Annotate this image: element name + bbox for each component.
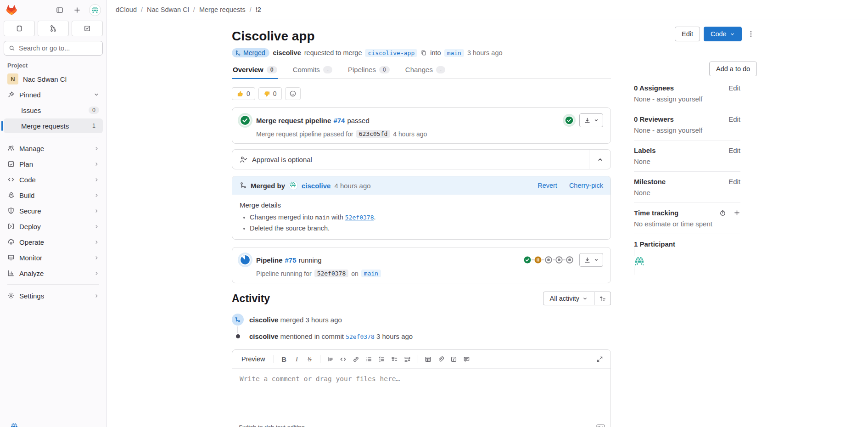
- sidebar-item-project[interactable]: N Nac Sdwan Cl: [4, 72, 103, 86]
- edit-reviewers-button[interactable]: Edit: [728, 115, 740, 123]
- reactions-row: 0 0: [232, 87, 611, 100]
- sidebar-item-analyze[interactable]: Analyze: [4, 266, 103, 281]
- activity-user[interactable]: ciscolive: [249, 316, 278, 324]
- edit-milestone-button[interactable]: Edit: [728, 178, 740, 185]
- thumbs-up-button[interactable]: 0: [232, 87, 255, 100]
- blockquote-icon[interactable]: [324, 353, 337, 365]
- attach-file-icon[interactable]: [435, 353, 448, 365]
- merged-by-user-link[interactable]: ciscolive: [302, 182, 330, 190]
- sidebar-item-monitor[interactable]: Monitor: [4, 250, 103, 265]
- comment-textarea[interactable]: [232, 369, 610, 413]
- sidebar-item-issues[interactable]: Issues 0: [4, 103, 103, 118]
- collapsible-section-icon[interactable]: [401, 353, 414, 365]
- add-time-entry-icon[interactable]: [734, 209, 740, 216]
- edit-assignees-button[interactable]: Edit: [728, 84, 740, 92]
- strikethrough-icon[interactable]: S: [303, 353, 316, 365]
- shortcut-issues-button[interactable]: [4, 21, 35, 36]
- sidebar-item-operate[interactable]: Operate: [4, 235, 103, 249]
- breadcrumb-mr-id[interactable]: !2: [256, 6, 261, 13]
- collapse-sidebar-icon[interactable]: [54, 5, 65, 16]
- pipeline-id-link[interactable]: #75: [285, 256, 297, 264]
- reviewers-value[interactable]: None - assign yourself: [634, 126, 740, 134]
- commit-link[interactable]: 52ef0378: [346, 333, 375, 340]
- tab-changes-label: Changes: [405, 66, 433, 73]
- create-new-icon[interactable]: [72, 5, 83, 16]
- assignees-value[interactable]: None - assign yourself: [634, 95, 740, 103]
- settings-gear-icon: [7, 292, 15, 299]
- code-dropdown-button[interactable]: Code: [704, 27, 742, 41]
- edit-button[interactable]: Edit: [675, 27, 700, 41]
- add-todo-button[interactable]: Add a to do: [709, 62, 757, 76]
- breadcrumb-merge-requests[interactable]: Merge requests: [199, 6, 246, 13]
- sidebar-item-pinned[interactable]: Pinned: [4, 87, 103, 102]
- download-artifacts-button[interactable]: [579, 253, 603, 267]
- activity-user[interactable]: ciscolive: [249, 332, 278, 340]
- sidebar-item-settings[interactable]: Settings: [4, 288, 103, 303]
- stage-paused-icon[interactable]: [534, 256, 542, 264]
- fullscreen-icon[interactable]: [593, 353, 606, 365]
- mr-pipeline-id-link[interactable]: #74: [333, 117, 345, 124]
- sidebar-item-deploy[interactable]: Deploy: [4, 219, 103, 234]
- quick-action-icon[interactable]: [448, 353, 460, 365]
- comment-template-icon[interactable]: [460, 353, 473, 365]
- switch-rich-text-link[interactable]: Switch to rich text editing: [239, 424, 305, 427]
- thumbs-down-button[interactable]: 0: [258, 87, 282, 100]
- user-avatar[interactable]: [89, 4, 101, 16]
- collapse-approval-chevron-up-icon[interactable]: [589, 150, 610, 169]
- cherry-pick-button[interactable]: Cherry-pick: [569, 182, 603, 189]
- tab-changes[interactable]: Changes -: [404, 63, 446, 79]
- merged-by-avatar[interactable]: [289, 181, 298, 190]
- stage-created-icon[interactable]: [555, 256, 563, 264]
- italic-icon[interactable]: I: [291, 353, 303, 365]
- more-actions-kebab-icon[interactable]: [745, 27, 756, 41]
- activity-filter-dropdown[interactable]: All activity: [543, 292, 594, 305]
- shortcut-merge-requests-button[interactable]: [38, 21, 69, 36]
- sidebar-item-plan[interactable]: Plan: [4, 157, 103, 171]
- gitlab-logo[interactable]: [6, 5, 17, 16]
- commit-sha-chip[interactable]: 623c05fd: [356, 130, 391, 138]
- code-icon[interactable]: [337, 353, 350, 365]
- sidebar-item-manage[interactable]: Manage: [4, 141, 103, 156]
- edit-labels-button[interactable]: Edit: [728, 146, 740, 154]
- target-branch-chip[interactable]: main: [444, 49, 464, 57]
- sidebar-item-merge-requests[interactable]: Merge requests 1: [4, 118, 103, 133]
- mr-author[interactable]: ciscolive: [273, 49, 301, 56]
- breadcrumb-project[interactable]: Nac Sdwan Cl: [147, 6, 189, 13]
- branch-chip[interactable]: main: [361, 270, 381, 277]
- duo-chat-icon[interactable]: [10, 422, 18, 427]
- sidebar-item-secure[interactable]: Secure: [4, 203, 103, 218]
- commit-sha-chip[interactable]: 52ef0378: [314, 270, 349, 277]
- tab-pipelines[interactable]: Pipelines 0: [347, 63, 391, 79]
- stage-passed-icon[interactable]: [523, 256, 532, 264]
- sort-order-button[interactable]: [594, 292, 611, 305]
- bullet-list-icon[interactable]: [363, 353, 375, 365]
- merge-commit-link[interactable]: 52ef0378: [345, 214, 374, 221]
- stage-created-icon[interactable]: [544, 256, 553, 264]
- sidebar-item-code[interactable]: Code: [4, 172, 103, 187]
- detail-text: .: [374, 214, 375, 221]
- timer-icon[interactable]: [719, 209, 726, 216]
- link-icon[interactable]: [350, 353, 363, 365]
- tab-overview[interactable]: Overview 0: [232, 63, 278, 79]
- task-list-icon[interactable]: [388, 353, 401, 365]
- tab-commits[interactable]: Commits -: [292, 63, 333, 79]
- bold-icon[interactable]: B: [278, 353, 291, 365]
- copy-branch-icon[interactable]: [420, 50, 427, 56]
- stage-created-icon[interactable]: [566, 256, 574, 264]
- add-reaction-button[interactable]: [285, 87, 301, 100]
- sidebar-item-build[interactable]: Build: [4, 188, 103, 202]
- preview-tab[interactable]: Preview: [237, 355, 270, 363]
- download-artifacts-button[interactable]: [579, 113, 603, 127]
- numbered-list-icon[interactable]: [375, 353, 388, 365]
- markdown-icon[interactable]: [596, 424, 605, 427]
- shortcut-todo-button[interactable]: [72, 21, 103, 36]
- participant-avatar[interactable]: [634, 247, 740, 275]
- source-branch-chip[interactable]: ciscolive-app: [365, 49, 417, 57]
- sidebar-divider: [7, 137, 99, 137]
- table-icon[interactable]: [422, 353, 435, 365]
- revert-button[interactable]: Revert: [538, 182, 557, 189]
- breadcrumb-group[interactable]: dCloud: [116, 6, 137, 13]
- page-title: Ciscolive app: [232, 28, 611, 44]
- mini-status-passed-icon[interactable]: [565, 116, 574, 125]
- search-input[interactable]: Search or go to...: [4, 41, 103, 56]
